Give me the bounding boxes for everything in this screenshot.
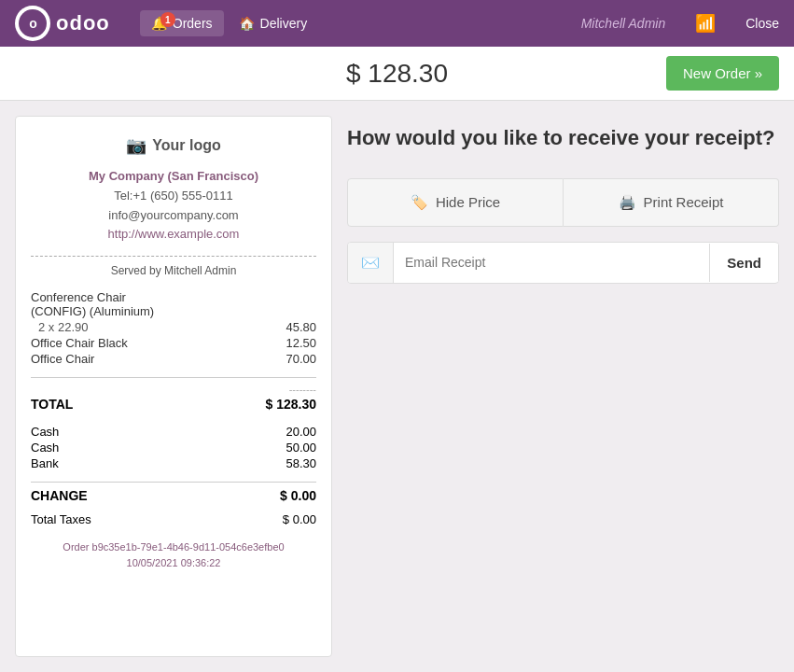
- email-input[interactable]: [394, 244, 709, 281]
- print-icon: 🖨️: [619, 194, 636, 211]
- odoo-logo-text: odoo: [56, 11, 110, 35]
- change-row: CHANGE $ 0.00: [31, 488, 316, 503]
- change-label: CHANGE: [31, 488, 88, 503]
- wifi-icon: 📶: [695, 13, 716, 34]
- payment-1-name: Cash: [31, 425, 59, 439]
- order-line-2: Office Chair Black 12.50: [31, 336, 316, 350]
- total-value: $ 128.30: [266, 397, 317, 412]
- send-button[interactable]: Send: [709, 244, 778, 282]
- svg-text:o: o: [29, 16, 36, 31]
- print-receipt-label: Print Receipt: [644, 194, 724, 210]
- odoo-logo-circle: o: [15, 6, 50, 41]
- payment-1-amount: 20.00: [286, 425, 316, 439]
- nav-orders[interactable]: 🔔 1 Orders: [140, 10, 224, 36]
- total-section: -------- TOTAL $ 128.30: [31, 377, 316, 412]
- new-order-button[interactable]: New Order »: [666, 56, 779, 91]
- order-id-text: Order b9c35e1b-79e1-4b46-9d11-054c6e3efb…: [31, 539, 316, 555]
- header: o odoo 🔔 1 Orders 🏠 Delivery Mitchell Ad…: [0, 0, 794, 47]
- odoo-logo: o odoo: [15, 6, 110, 41]
- company-email: info@yourcompany.com: [31, 206, 316, 226]
- payments-section: Cash 20.00 Cash 50.00 Bank 58.30: [31, 425, 316, 470]
- company-website: http://www.example.com: [31, 225, 316, 245]
- total-dashes: --------: [31, 384, 316, 395]
- user-name: Mitchell Admin: [581, 16, 666, 31]
- order-line-3: Office Chair 70.00: [31, 352, 316, 366]
- company-name: My Company (San Francisco): [31, 167, 316, 187]
- print-receipt-button[interactable]: 🖨️ Print Receipt: [564, 178, 779, 227]
- receipt-logo: 📷 Your logo: [31, 135, 316, 156]
- payment-3-name: Bank: [31, 456, 59, 470]
- home-icon: 🏠: [239, 16, 255, 31]
- payment-2-name: Cash: [31, 441, 59, 455]
- company-tel: Tel:+1 (650) 555-0111: [31, 187, 316, 206]
- close-button[interactable]: Close: [745, 16, 779, 31]
- payment-3-amount: 58.30: [286, 456, 316, 470]
- tag-icon: 🏷️: [411, 194, 428, 211]
- payment-1: Cash 20.00: [31, 425, 316, 439]
- receipt-panel: 📷 Your logo My Company (San Francisco) T…: [15, 116, 332, 657]
- order-id: Order b9c35e1b-79e1-4b46-9d11-054c6e3efb…: [31, 539, 316, 570]
- nav-delivery[interactable]: 🏠 Delivery: [228, 10, 319, 36]
- payment-2: Cash 50.00: [31, 441, 316, 455]
- receipt-divider-1: [31, 256, 316, 257]
- orders-badge: 1: [160, 12, 175, 27]
- order-date: 10/05/2021 09:36:22: [31, 555, 316, 571]
- nav-orders-label: Orders: [173, 16, 213, 31]
- email-row: ✉️ Send: [347, 242, 779, 284]
- taxes-row: Total Taxes $ 0.00: [31, 512, 316, 526]
- total-label: TOTAL: [31, 397, 73, 412]
- receipt-options: How would you like to receive your recei…: [347, 116, 779, 657]
- receipt-company: My Company (San Francisco) Tel:+1 (650) …: [31, 167, 316, 245]
- email-icon: ✉️: [348, 243, 394, 283]
- hide-price-label: Hide Price: [436, 194, 500, 210]
- option-buttons: 🏷️ Hide Price 🖨️ Print Receipt: [347, 178, 779, 227]
- order-line-1-name: Conference Chair(CONFIG) (Aluminium): [31, 290, 316, 318]
- total-amount-display: $ 128.30: [346, 59, 448, 89]
- order-lines: Conference Chair(CONFIG) (Aluminium) 2 x…: [31, 290, 316, 366]
- hide-price-button[interactable]: 🏷️ Hide Price: [347, 178, 564, 227]
- camera-icon: 📷: [126, 135, 146, 156]
- receipt-question: How would you like to receive your recei…: [347, 125, 779, 152]
- nav-delivery-label: Delivery: [260, 16, 308, 31]
- payment-3: Bank 58.30: [31, 456, 316, 470]
- logo-label: Your logo: [152, 137, 220, 154]
- total-row: TOTAL $ 128.30: [31, 397, 316, 412]
- payment-2-amount: 50.00: [286, 441, 316, 455]
- order-line-1-detail: 2 x 22.90 45.80: [31, 320, 316, 334]
- amount-bar: $ 128.30 New Order »: [0, 47, 794, 101]
- main-content: 📷 Your logo My Company (San Francisco) T…: [0, 101, 794, 672]
- taxes-amount: $ 0.00: [283, 512, 316, 526]
- served-by: Served by Mitchell Admin: [31, 264, 316, 277]
- header-nav: 🔔 1 Orders 🏠 Delivery: [140, 10, 318, 36]
- change-section: CHANGE $ 0.00: [31, 482, 316, 503]
- taxes-label: Total Taxes: [31, 512, 91, 526]
- change-amount: $ 0.00: [280, 488, 316, 503]
